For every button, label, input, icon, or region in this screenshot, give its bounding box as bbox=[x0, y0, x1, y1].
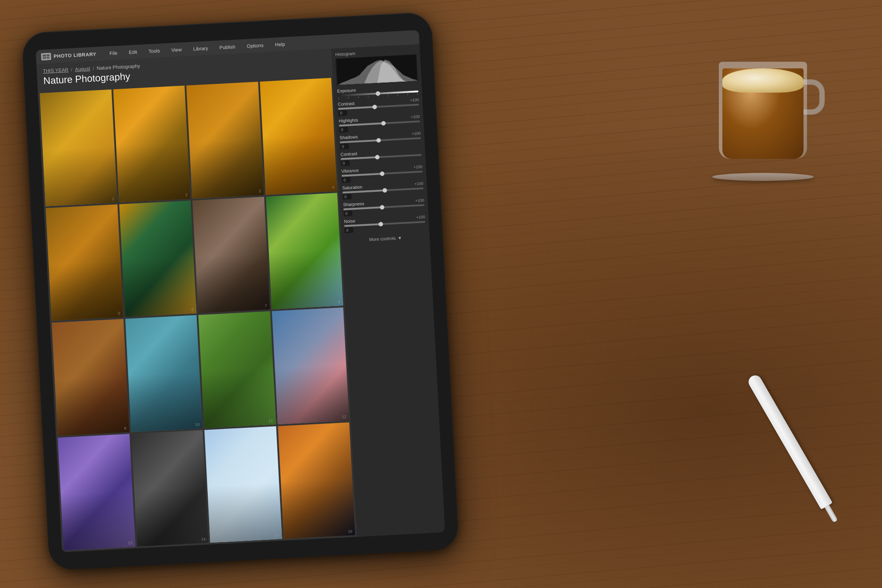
photo-6[interactable]: 6 bbox=[119, 200, 197, 317]
histogram-svg bbox=[336, 54, 418, 85]
photo-16[interactable]: 16 bbox=[278, 422, 355, 539]
photo-11[interactable]: 11 bbox=[198, 311, 276, 428]
breadcrumb-sep1: / bbox=[71, 67, 73, 72]
shadows-section: Shadows +100 0 bbox=[340, 131, 421, 150]
contrast2-section: Contrast 0 bbox=[340, 148, 422, 166]
coffee-cup-area bbox=[706, 26, 838, 185]
photo-12[interactable]: 12 bbox=[272, 307, 349, 424]
sharpness-section: Sharpness +100 0 bbox=[343, 198, 425, 217]
menu-publish[interactable]: Publish bbox=[217, 43, 237, 51]
photo-7[interactable]: 7 bbox=[192, 196, 270, 313]
vibrance-section: Vibrance +100 0 bbox=[341, 165, 423, 183]
photo-4[interactable]: 4 bbox=[260, 78, 337, 195]
breadcrumb-august[interactable]: August bbox=[75, 66, 90, 72]
cup-body bbox=[719, 62, 807, 159]
chevron-down-icon: ▼ bbox=[397, 236, 402, 241]
menu-library[interactable]: Library bbox=[191, 45, 210, 52]
photo-2[interactable]: 2 bbox=[113, 86, 191, 202]
photo-13[interactable]: 13 bbox=[58, 434, 135, 551]
menu-view[interactable]: View bbox=[169, 46, 183, 54]
menu-file[interactable]: File bbox=[108, 49, 120, 57]
more-controls-button[interactable]: More controls ▼ bbox=[345, 234, 426, 243]
highlights-section: Highlights +100 0 bbox=[339, 114, 420, 133]
photo-9[interactable]: 9 bbox=[52, 319, 129, 436]
photo-num-16: 16 bbox=[348, 529, 353, 534]
photo-num-15: 15 bbox=[274, 533, 279, 538]
photo-num-6: 6 bbox=[191, 307, 194, 312]
photo-num-1: 1 bbox=[112, 196, 115, 201]
photo-num-10: 10 bbox=[195, 422, 200, 427]
breadcrumb-sep2: / bbox=[93, 66, 94, 71]
photo-grid: 1 2 3 4 5 6 7 8 9 10 11 12 13 14 bbox=[38, 76, 357, 552]
menu-edit[interactable]: Edit bbox=[127, 48, 139, 56]
noise-section: Noise +100 0 bbox=[344, 215, 426, 233]
photo-5[interactable]: 5 bbox=[46, 204, 123, 321]
cup-saucer bbox=[712, 173, 814, 181]
photo-num-12: 12 bbox=[342, 414, 347, 419]
library-area: THIS YEAR / August / Nature Photography … bbox=[36, 49, 357, 552]
photo-15[interactable]: 15 bbox=[204, 426, 282, 543]
photo-3[interactable]: 3 bbox=[186, 82, 264, 198]
menu-options[interactable]: Options bbox=[245, 41, 265, 49]
photo-num-7: 7 bbox=[265, 303, 267, 308]
coffee-foam bbox=[722, 68, 804, 93]
photo-1[interactable]: 1 bbox=[40, 90, 117, 206]
menu-help[interactable]: Help bbox=[273, 41, 287, 49]
tablet-screen: PHOTO LIBRARY File Edit Tools View Libra… bbox=[36, 30, 445, 552]
breadcrumb-current: Nature Photography bbox=[97, 63, 140, 71]
tablet-frame: PHOTO LIBRARY File Edit Tools View Libra… bbox=[22, 11, 460, 570]
app-logo: PHOTO LIBRARY bbox=[41, 50, 97, 60]
photo-10[interactable]: 10 bbox=[125, 315, 202, 432]
photo-num-8: 8 bbox=[338, 300, 340, 304]
main-content: THIS YEAR / August / Nature Photography … bbox=[36, 44, 445, 552]
photo-num-2: 2 bbox=[185, 192, 188, 197]
contrast-section: Contrast +100 0 bbox=[338, 97, 419, 116]
histogram-canvas bbox=[336, 54, 418, 85]
histogram-section: Histogram bbox=[335, 48, 418, 85]
photo-num-3: 3 bbox=[258, 189, 261, 193]
photo-num-14: 14 bbox=[201, 537, 206, 542]
exposure-section: Exposure bbox=[337, 84, 419, 99]
coffee-liquid bbox=[722, 68, 804, 159]
saturation-section: Saturation +100 0 bbox=[342, 181, 424, 200]
photo-num-11: 11 bbox=[269, 418, 273, 423]
photo-8[interactable]: 8 bbox=[265, 193, 343, 310]
menu-tools[interactable]: Tools bbox=[146, 47, 161, 55]
photo-num-4: 4 bbox=[332, 185, 335, 189]
app-name: PHOTO LIBRARY bbox=[53, 51, 96, 59]
photo-14[interactable]: 14 bbox=[131, 430, 209, 547]
photo-num-5: 5 bbox=[118, 311, 120, 315]
photo-num-9: 9 bbox=[124, 426, 127, 430]
tablet-device: PHOTO LIBRARY File Edit Tools View Libra… bbox=[22, 11, 460, 570]
breadcrumb-this-year[interactable]: THIS YEAR bbox=[43, 67, 68, 74]
photo-num-13: 13 bbox=[128, 541, 133, 546]
logo-icon bbox=[41, 53, 51, 60]
